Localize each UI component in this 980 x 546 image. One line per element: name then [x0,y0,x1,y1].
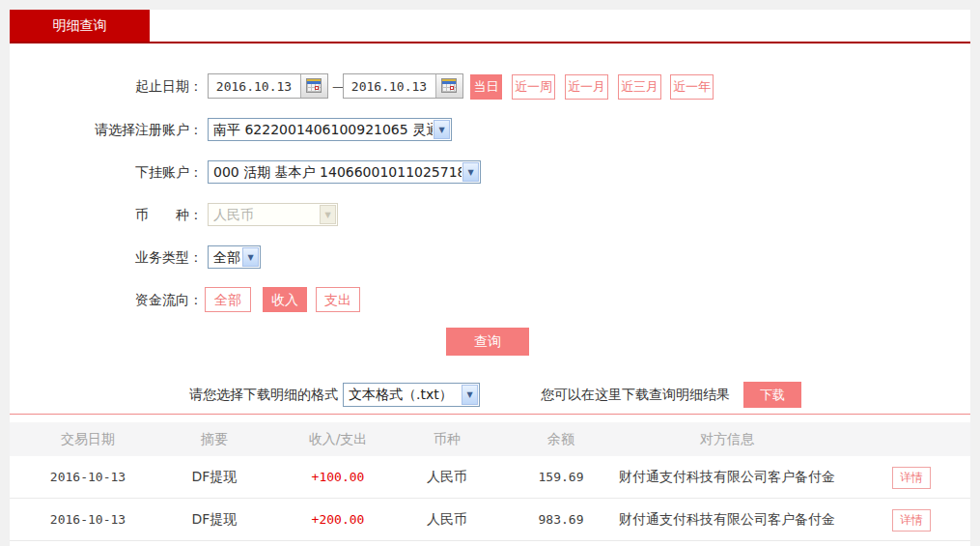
header-summary: 摘要 [201,422,228,456]
fund-flow-expense-button[interactable]: 支出 [316,287,360,312]
header-trade-date: 交易日期 [61,422,115,456]
cell-balance: 983.69 [539,499,584,540]
download-button[interactable]: 下载 [743,382,801,408]
download-format-select[interactable]: 文本格式（.txt） ▼ [343,383,480,407]
fund-flow-income-button[interactable]: 收入 [263,287,307,312]
cell-counterparty: 财付通支付科技有限公司客户备付金 [619,456,835,498]
content-panel: 明细查询 起止日期： — 当日 近一周 近一月 近三月 近一年 [10,10,970,546]
currency-value: 人民币 [213,204,319,225]
detail-query-page: 明细查询 起止日期： — 当日 近一周 近一月 近三月 近一年 [0,0,980,546]
header-currency: 币种 [434,422,461,456]
quick-range-week-button[interactable]: 近一周 [512,74,555,100]
register-account-value: 南平 6222001406100921065 灵通卡 [213,119,433,140]
table-row: 2016-10-13 DF提现 +200.00 人民币 983.69 财付通支付… [10,499,970,541]
fund-flow-all-button[interactable]: 全部 [205,287,251,312]
date-from-field [208,73,328,99]
calendar-icon [306,78,322,93]
cell-trade-date: 2016-10-13 [50,456,126,498]
download-format-label: 请您选择下载明细的格式 [10,383,338,407]
cell-trade-date: 2016-10-13 [50,499,126,540]
cell-amount: +200.00 [312,499,365,540]
date-to-field [343,73,463,99]
date-to-calendar-button[interactable] [435,74,462,98]
cell-counterparty: 财付通支付科技有限公司客户备付金 [619,499,835,540]
chevron-down-icon: ▼ [462,162,479,182]
register-account-select[interactable]: 南平 6222001406100921065 灵通卡 ▼ [208,118,452,141]
cell-currency: 人民币 [427,456,467,498]
cell-summary: DF提现 [192,499,238,540]
quick-range-quarter-button[interactable]: 近三月 [618,74,661,100]
tab-underline-divider [10,42,970,43]
header-balance: 余额 [547,422,574,456]
business-type-label: 业务类型： [10,245,203,269]
date-range-label: 起止日期： [10,73,203,99]
cell-currency: 人民币 [427,499,467,540]
calendar-icon [441,78,457,93]
register-account-label: 请选择注册账户： [10,118,203,141]
tab-detail-query[interactable]: 明细查询 [10,10,150,42]
cell-summary: DF提现 [192,456,238,498]
fund-flow-label: 资金流向： [10,287,203,312]
chevron-down-icon: ▼ [462,385,478,405]
quick-range-month-button[interactable]: 近一月 [565,74,608,100]
detail-button[interactable]: 详情 [892,509,931,532]
cell-amount: +100.00 [312,456,365,498]
business-type-select[interactable]: 全部 ▼ [208,245,261,269]
quick-range-year-button[interactable]: 近一年 [670,74,714,100]
date-from-input[interactable] [209,74,299,98]
chevron-down-icon: ▼ [242,247,259,267]
detail-button[interactable]: 详情 [892,467,931,489]
header-amount: 收入/支出 [309,422,368,456]
cell-balance: 159.69 [539,456,584,498]
chevron-down-icon: ▼ [434,120,450,139]
download-format-value: 文本格式（.txt） [349,384,461,406]
date-from-calendar-button[interactable] [300,74,327,98]
query-button[interactable]: 查询 [446,328,529,356]
chevron-down-icon: ▼ [320,205,336,224]
sub-account-label: 下挂账户： [10,160,203,184]
download-hint-text: 您可以在这里下载查询明细结果 [541,382,730,408]
table-top-divider [10,414,970,415]
business-type-value: 全部 [213,246,241,268]
currency-select: 人民币 ▼ [208,203,338,226]
quick-range-today-button[interactable]: 当日 [470,74,502,100]
date-to-input[interactable] [344,74,434,98]
sub-account-value: 000 活期 基本户 1406600101102571848 [213,161,462,183]
table-header-row: 交易日期 摘要 收入/支出 币种 余额 对方信息 [10,422,970,456]
currency-label: 币 种： [10,203,203,226]
sub-account-select[interactable]: 000 活期 基本户 1406600101102571848 ▼ [208,160,481,184]
table-row: 2016-10-13 DF提现 +100.00 人民币 159.69 财付通支付… [10,456,970,499]
header-counterparty: 对方信息 [700,422,754,456]
